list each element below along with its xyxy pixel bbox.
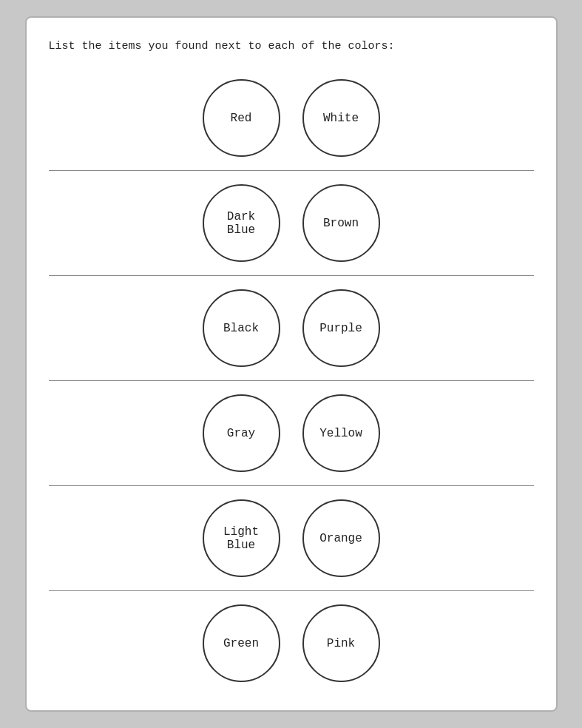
color-row-inner-row-4: GrayYellow (49, 387, 534, 479)
color-row-row-2: Dark BlueBrown (49, 171, 534, 275)
color-circle-gray: Gray (203, 394, 280, 472)
color-row-row-1: RedWhite (49, 66, 534, 170)
color-circle-orange: Orange (302, 499, 380, 577)
color-row-row-4: GrayYellow (49, 381, 534, 485)
color-circle-pink: Pink (302, 604, 380, 682)
color-circle-white: White (302, 79, 380, 157)
color-circle-black: Black (203, 289, 280, 367)
color-row-inner-row-2: Dark BlueBrown (49, 177, 534, 269)
color-circle-brown: Brown (302, 184, 380, 262)
color-circle-light-blue: Light Blue (203, 499, 280, 577)
worksheet-page: List the items you found next to each of… (25, 16, 558, 712)
color-rows-container: RedWhiteDark BlueBrownBlackPurpleGrayYel… (49, 66, 534, 695)
color-circle-yellow: Yellow (302, 394, 380, 472)
color-row-inner-row-5: Light BlueOrange (49, 492, 534, 584)
color-circle-dark-blue: Dark Blue (203, 184, 280, 262)
color-row-inner-row-6: GreenPink (49, 597, 534, 690)
color-circle-green: Green (203, 604, 280, 682)
color-row-row-5: Light BlueOrange (49, 486, 534, 590)
instructions-text: List the items you found next to each of… (49, 40, 534, 53)
color-row-row-6: GreenPink (49, 591, 534, 695)
color-circle-red: Red (203, 79, 280, 157)
color-row-inner-row-3: BlackPurple (49, 282, 534, 374)
color-row-inner-row-1: RedWhite (49, 72, 534, 164)
color-row-row-3: BlackPurple (49, 276, 534, 380)
color-circle-purple: Purple (302, 289, 380, 367)
